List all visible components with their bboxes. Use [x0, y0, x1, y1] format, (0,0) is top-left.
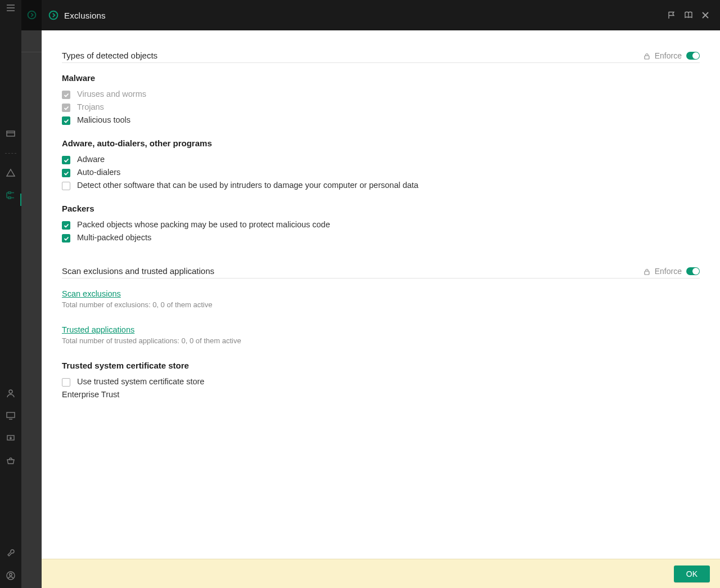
- enforce-toggle-types[interactable]: [686, 52, 700, 60]
- checkbox-multi-packed[interactable]: [62, 234, 70, 243]
- wrench-icon[interactable]: [6, 549, 15, 558]
- panel-icon[interactable]: [6, 129, 15, 138]
- left-navigation-rail: [0, 0, 21, 588]
- checklist-packers: Packed objects whose packing may be used…: [62, 220, 700, 243]
- check-label: Detect other software that can be used b…: [77, 181, 418, 190]
- account-circle-icon[interactable]: [6, 571, 15, 580]
- check-label: Malicious tools: [77, 115, 130, 124]
- svg-point-18: [10, 573, 12, 576]
- enforce-control-exclusions: Enforce: [644, 267, 700, 276]
- policies-icon[interactable]: [6, 191, 15, 200]
- check-row-trojans: Trojans: [62, 102, 700, 112]
- check-row-packed-objects: Packed objects whose packing may be used…: [62, 220, 700, 230]
- enforce-control-types: Enforce: [644, 51, 700, 60]
- group-title-adware: Adware, auto-dialers, other programs: [62, 138, 700, 148]
- check-label: Use trusted system certificate store: [77, 377, 204, 386]
- modal-body: Types of detected objects Enforce Malwar…: [42, 30, 720, 559]
- svg-rect-7: [8, 197, 11, 199]
- checklist-malware: Viruses and worms Trojans Malicious tool…: [62, 89, 700, 125]
- check-label: Adware: [77, 155, 105, 164]
- hamburger-menu-icon[interactable]: [6, 3, 15, 12]
- header-circle-arrow-icon[interactable]: [48, 10, 58, 20]
- svg-point-13: [9, 390, 12, 393]
- section-exclusions-heading: Scan exclusions and trusted applications: [62, 266, 214, 276]
- check-row-auto-dialers: Auto-dialers: [62, 168, 700, 177]
- cert-store-value: Enterprise Trust: [62, 390, 700, 399]
- enforce-toggle-exclusions[interactable]: [686, 267, 700, 275]
- checklist-cert-store: Use trusted system certificate store: [62, 377, 700, 387]
- modal-title: Exclusions: [64, 11, 106, 20]
- checkbox-viruses-worms: [62, 91, 70, 99]
- check-label: Trojans: [77, 102, 104, 111]
- checkbox-malicious-tools[interactable]: [62, 116, 70, 125]
- basket-icon[interactable]: [6, 456, 15, 465]
- svg-rect-25: [645, 271, 649, 275]
- link-block-trusted-apps: Trusted applications Total number of tru…: [62, 325, 700, 345]
- check-label: Viruses and worms: [77, 89, 146, 98]
- check-row-multi-packed: Multi-packed objects: [62, 233, 700, 243]
- group-title-packers: Packers: [62, 204, 700, 213]
- close-icon[interactable]: [701, 11, 710, 20]
- checkbox-packed-objects[interactable]: [62, 221, 70, 230]
- link-block-scan-exclusions: Scan exclusions Total number of exclusio…: [62, 289, 700, 309]
- link-trusted-apps-subtitle: Total number of trusted applications: 0,…: [62, 336, 700, 345]
- svg-rect-3: [7, 131, 15, 136]
- group-title-cert-store: Trusted system certificate store: [62, 361, 700, 370]
- svg-rect-24: [645, 56, 649, 59]
- checkbox-use-cert-store[interactable]: [62, 378, 70, 387]
- flag-icon[interactable]: [667, 11, 676, 20]
- svg-marker-5: [7, 169, 15, 176]
- check-row-detect-other-software: Detect other software that can be used b…: [62, 181, 700, 190]
- download-icon[interactable]: [6, 434, 15, 443]
- link-scan-exclusions-subtitle: Total number of exclusions: 0, 0 of them…: [62, 300, 700, 309]
- warning-triangle-icon[interactable]: [6, 168, 15, 177]
- enforce-label: Enforce: [655, 51, 682, 60]
- checkbox-adware[interactable]: [62, 156, 70, 164]
- check-row-malicious-tools: Malicious tools: [62, 115, 700, 125]
- check-label: Multi-packed objects: [77, 233, 151, 242]
- section-types-heading-row: Types of detected objects Enforce: [62, 51, 700, 63]
- link-trusted-applications[interactable]: Trusted applications: [62, 325, 134, 334]
- checklist-adware: Adware Auto-dialers Detect other softwar…: [62, 155, 700, 190]
- check-row-viruses-worms: Viruses and worms: [62, 89, 700, 99]
- enforce-label: Enforce: [655, 267, 682, 276]
- checkbox-auto-dialers[interactable]: [62, 169, 70, 177]
- svg-rect-6: [8, 192, 11, 194]
- modal-footer: OK: [42, 559, 720, 588]
- section-exclusions-heading-row: Scan exclusions and trusted applications…: [62, 266, 700, 279]
- rail-divider: [5, 153, 16, 154]
- svg-point-20: [50, 11, 58, 20]
- check-row-adware: Adware: [62, 155, 700, 164]
- exclusions-modal: Exclusions Types of detected objects: [42, 0, 720, 588]
- book-icon[interactable]: [684, 11, 693, 20]
- user-icon[interactable]: [6, 389, 15, 398]
- ok-button[interactable]: OK: [674, 565, 710, 582]
- checkbox-detect-other-software[interactable]: [62, 182, 70, 190]
- checkbox-trojans: [62, 104, 70, 112]
- check-label: Auto-dialers: [77, 168, 120, 177]
- check-row-use-cert-store: Use trusted system certificate store: [62, 377, 700, 387]
- lock-icon: [644, 52, 650, 59]
- check-label: Packed objects whose packing may be used…: [77, 220, 330, 229]
- modal-header: Exclusions: [42, 0, 720, 30]
- group-title-malware: Malware: [62, 73, 700, 83]
- section-types-heading: Types of detected objects: [62, 51, 158, 60]
- svg-rect-14: [7, 412, 15, 418]
- monitor-icon[interactable]: [6, 411, 15, 420]
- link-scan-exclusions[interactable]: Scan exclusions: [62, 289, 121, 298]
- lock-icon: [644, 268, 650, 275]
